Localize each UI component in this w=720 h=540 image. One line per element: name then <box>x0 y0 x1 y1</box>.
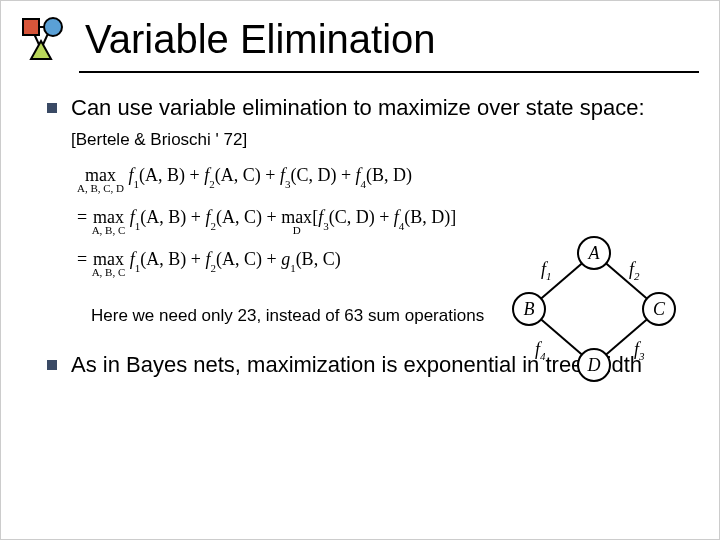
logo-icon <box>11 15 75 63</box>
node-b: B <box>512 292 546 326</box>
title-bar: Variable Elimination <box>1 1 719 67</box>
max-vars-1: A, B, C, D <box>77 183 124 194</box>
edge-label-f4: f4 <box>535 339 546 362</box>
max-vars-2a: A, B, C <box>92 225 126 236</box>
max-vars-3: A, B, C <box>92 267 126 278</box>
edge-label-f2: f2 <box>629 259 640 282</box>
bullet-marker <box>47 103 57 113</box>
math-line-1: maxA, B, C, D f1(A, B) + f2(A, C) + f3(C… <box>77 166 689 194</box>
slide-title: Variable Elimination <box>85 17 436 62</box>
bullet-1: Can use variable elimination to maximize… <box>47 93 689 152</box>
edge-label-f3: f3 <box>634 339 645 362</box>
edge-label-f1: f1 <box>541 259 552 282</box>
bullet-1-citation: [Bertele & Brioschi ' 72] <box>71 130 247 149</box>
bullet-1-text: Can use variable elimination to maximize… <box>71 93 689 152</box>
title-underline <box>79 71 699 73</box>
svg-marker-5 <box>31 41 51 59</box>
factor-graph: A B C D f1 f2 f3 f4 <box>499 229 689 399</box>
svg-point-4 <box>44 18 62 36</box>
bullet-marker <box>47 360 57 370</box>
svg-rect-3 <box>23 19 39 35</box>
bullet-1-main: Can use variable elimination to maximize… <box>71 95 645 120</box>
node-d: D <box>577 348 611 382</box>
node-a: A <box>577 236 611 270</box>
node-c: C <box>642 292 676 326</box>
